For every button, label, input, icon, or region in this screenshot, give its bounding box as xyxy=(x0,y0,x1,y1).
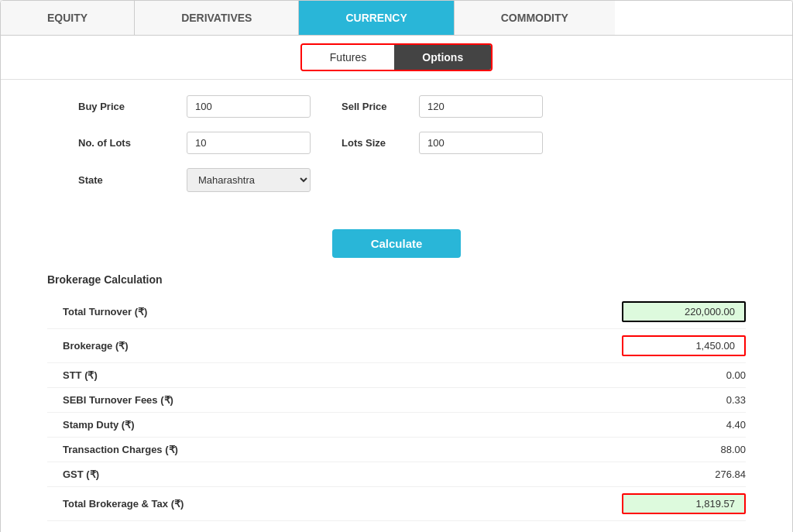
result-row-gst: GST (₹) 276.84 xyxy=(47,462,746,487)
state-label: State xyxy=(78,174,187,186)
sub-tab-futures[interactable]: Futures xyxy=(302,45,394,70)
buy-price-label: Buy Price xyxy=(78,101,187,112)
buy-sell-row: Buy Price Sell Price xyxy=(78,95,715,118)
transaction-value: 88.00 xyxy=(622,444,746,455)
sell-price-group: Sell Price xyxy=(311,95,715,118)
state-row: State Maharashtra Delhi Karnataka Tamil … xyxy=(78,168,715,192)
sebi-value: 0.33 xyxy=(622,394,746,406)
result-row-turnover: Total Turnover (₹) 220,000.00 xyxy=(47,295,746,329)
top-tab-bar: EQUITY DERIVATIVES CURRENCY COMMODITY xyxy=(1,1,792,36)
sebi-label: SEBI Turnover Fees (₹) xyxy=(47,394,173,406)
turnover-label: Total Turnover (₹) xyxy=(47,306,147,317)
stt-value: 0.00 xyxy=(622,369,746,381)
tab-equity[interactable]: EQUITY xyxy=(1,1,135,35)
no-of-lots-input[interactable] xyxy=(187,132,311,154)
total-brok-value: 1,819.57 xyxy=(622,493,746,514)
sub-tab-options[interactable]: Options xyxy=(394,45,491,70)
stamp-value: 4.40 xyxy=(622,419,746,431)
form-area: Buy Price Sell Price No. of Lots Lots Si… xyxy=(1,80,792,221)
gst-label: GST (₹) xyxy=(47,469,99,480)
result-row-brokerage: Brokerage (₹) 1,450.00 xyxy=(47,329,746,363)
result-row-total-brok: Total Brokerage & Tax (₹) 1,819.57 xyxy=(47,487,746,521)
sell-price-label: Sell Price xyxy=(342,101,419,112)
result-row-transaction: Transaction Charges (₹) 88.00 xyxy=(47,438,746,462)
result-row-stamp: Stamp Duty (₹) 4.40 xyxy=(47,413,746,438)
stt-label: STT (₹) xyxy=(47,369,98,381)
sub-tabs-area: Futures Options xyxy=(1,36,792,80)
no-of-lots-label: No. of Lots xyxy=(78,137,187,149)
tab-derivatives[interactable]: DERIVATIVES xyxy=(135,1,299,35)
lots-size-input[interactable] xyxy=(419,132,543,154)
results-title: Brokerage Calculation xyxy=(47,273,746,286)
state-select[interactable]: Maharashtra Delhi Karnataka Tamil Nadu G… xyxy=(187,168,311,192)
calculate-button[interactable]: Calculate xyxy=(332,229,462,258)
stamp-label: Stamp Duty (₹) xyxy=(47,419,135,431)
sell-price-input[interactable] xyxy=(419,95,543,118)
result-row-sebi: SEBI Turnover Fees (₹) 0.33 xyxy=(47,388,746,413)
buy-price-input[interactable] xyxy=(187,95,311,118)
main-container: EQUITY DERIVATIVES CURRENCY COMMODITY Fu… xyxy=(0,0,793,532)
result-row-stt: STT (₹) 0.00 xyxy=(47,363,746,388)
calculate-btn-row: Calculate xyxy=(1,229,792,258)
total-brok-label: Total Brokerage & Tax (₹) xyxy=(47,498,184,510)
gst-value: 276.84 xyxy=(622,469,746,480)
results-area: Brokerage Calculation Total Turnover (₹)… xyxy=(1,273,792,532)
lots-size-label: Lots Size xyxy=(342,137,419,149)
turnover-value: 220,000.00 xyxy=(622,301,746,322)
brokerage-value: 1,450.00 xyxy=(622,335,746,356)
lots-size-group: Lots Size xyxy=(311,132,715,154)
lots-row: No. of Lots Lots Size xyxy=(78,132,715,154)
sub-tab-group: Futures Options xyxy=(300,43,493,71)
tab-currency[interactable]: CURRENCY xyxy=(299,1,454,35)
tab-commodity[interactable]: COMMODITY xyxy=(455,1,615,35)
transaction-label: Transaction Charges (₹) xyxy=(47,444,178,455)
brokerage-label: Brokerage (₹) xyxy=(47,340,129,352)
